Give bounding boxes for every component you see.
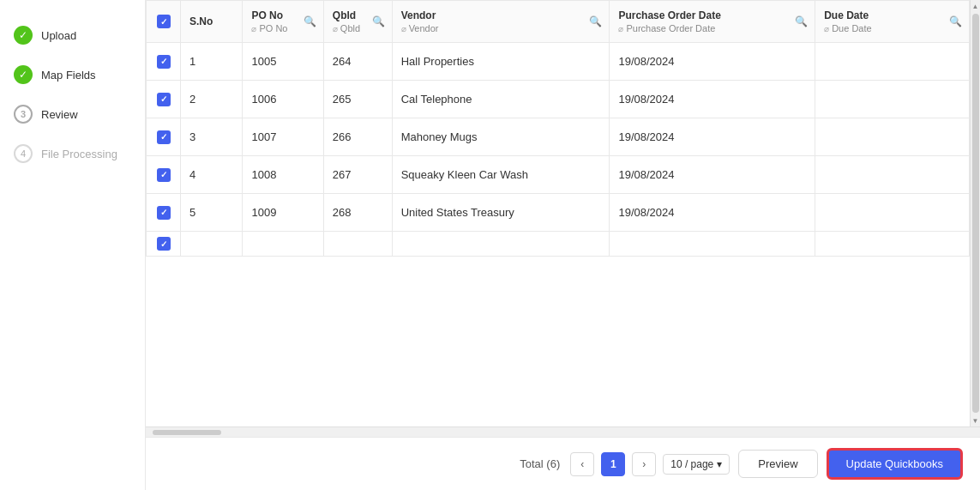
row-checkbox-cell[interactable] [147, 118, 181, 156]
search-icon-qbid[interactable]: 🔍 [372, 15, 385, 27]
row-qbid: 266 [323, 118, 392, 156]
row-vendor: Squeaky Kleen Car Wash [392, 156, 610, 194]
row-checkbox-cell-empty[interactable] [147, 232, 181, 257]
horizontal-scrollbar[interactable] [146, 426, 980, 437]
link-icon-due-date: ⌀ [824, 24, 829, 33]
next-page-btn[interactable]: › [632, 452, 656, 476]
step-label-upload: Upload [41, 29, 76, 42]
row-checkbox[interactable] [157, 93, 171, 106]
per-page-select[interactable]: 10 / page ▾ [663, 454, 730, 475]
table-row: 1 1005 264 Hall Properties 19/08/2024 [147, 43, 970, 81]
sidebar-step-file-processing[interactable]: 4 File Processing [0, 144, 145, 163]
col-header-vendor: Vendor ⌀ Vendor 🔍 [392, 1, 610, 43]
prev-page-btn[interactable]: ‹ [570, 452, 594, 476]
row-due-date [815, 43, 970, 81]
sidebar-step-upload[interactable]: ✓ Upload [0, 26, 145, 45]
row-vendor: United States Treasury [392, 194, 610, 232]
row-checkbox[interactable] [157, 130, 171, 144]
row-po-date: 19/08/2024 [610, 81, 815, 118]
row-po-date: 19/08/2024 [610, 43, 815, 81]
row-po-no: 1006 [243, 81, 323, 118]
row-due-date [815, 81, 970, 118]
row-checkbox-cell[interactable] [147, 81, 181, 118]
current-page-btn[interactable]: 1 [601, 452, 625, 476]
step-icon-file-processing: 4 [14, 144, 33, 163]
scroll-up-btn[interactable]: ▲ [971, 0, 981, 12]
col-header-due-date: Due Date ⌀ Due Date 🔍 [815, 1, 970, 43]
update-quickbooks-button[interactable]: Update Quickbooks [827, 448, 963, 480]
link-icon-po-date: ⌀ [618, 24, 623, 33]
table-row: 4 1008 267 Squeaky Kleen Car Wash 19/08/… [147, 156, 970, 194]
row-vendor: Mahoney Mugs [392, 118, 610, 156]
scroll-thumb-vertical[interactable] [972, 14, 979, 413]
step-label-review: Review [41, 108, 78, 121]
link-icon-qbid: ⌀ [333, 24, 338, 33]
main-content: S.No PO No ⌀ PO No 🔍 [146, 0, 980, 490]
select-all-checkbox[interactable] [157, 15, 171, 28]
row-sno: 3 [181, 118, 243, 156]
row-sno: 2 [181, 81, 243, 118]
row-checkbox-cell[interactable] [147, 43, 181, 81]
search-icon-po-date[interactable]: 🔍 [795, 15, 808, 27]
step-icon-review: 3 [14, 105, 33, 124]
row-checkbox[interactable] [157, 168, 171, 182]
row-checkbox[interactable] [157, 206, 171, 220]
footer: Total (6) ‹ 1 › 10 / page ▾ Preview Upda… [146, 437, 980, 490]
table-wrapper[interactable]: S.No PO No ⌀ PO No 🔍 [146, 0, 970, 426]
link-icon-vendor: ⌀ [401, 24, 406, 33]
row-qbid: 267 [323, 156, 392, 194]
col-header-po-no: PO No ⌀ PO No 🔍 [243, 1, 323, 43]
scroll-thumb-horizontal[interactable] [153, 430, 221, 435]
row-checkbox[interactable] [157, 55, 171, 69]
row-po-no: 1005 [243, 43, 323, 81]
col-header-po-date: Purchase Order Date ⌀ Purchase Order Dat… [610, 1, 815, 43]
row-checkbox-cell[interactable] [147, 194, 181, 232]
row-po-date: 19/08/2024 [610, 194, 815, 232]
row-po-no: 1009 [243, 194, 323, 232]
row-po-no: 1007 [243, 118, 323, 156]
step-icon-map-fields: ✓ [14, 65, 33, 84]
pagination: Total (6) ‹ 1 › 10 / page ▾ [520, 452, 730, 476]
sidebar: ✓ Upload ✓ Map Fields 3 Review 4 File Pr… [0, 0, 146, 490]
chevron-down-icon: ▾ [717, 458, 722, 470]
pagination-total: Total (6) [520, 457, 560, 470]
row-po-date: 19/08/2024 [610, 118, 815, 156]
vertical-scrollbar[interactable]: ▲ ▼ [970, 0, 980, 426]
step-icon-upload: ✓ [14, 26, 33, 45]
search-icon-due-date[interactable]: 🔍 [949, 15, 962, 27]
row-sno: 1 [181, 43, 243, 81]
scroll-down-btn[interactable]: ▼ [971, 414, 981, 426]
row-qbid: 264 [323, 43, 392, 81]
link-icon-po: ⌀ [251, 24, 256, 33]
row-vendor: Cal Telephone [392, 81, 610, 118]
search-icon-po[interactable]: 🔍 [304, 15, 316, 27]
row-due-date [815, 156, 970, 194]
row-due-date [815, 194, 970, 232]
row-sno: 4 [181, 156, 243, 194]
row-qbid: 265 [323, 81, 392, 118]
table-body: 1 1005 264 Hall Properties 19/08/2024 2 … [147, 43, 970, 257]
step-label-file-processing: File Processing [41, 148, 117, 160]
row-due-date [815, 118, 970, 156]
row-vendor: Hall Properties [392, 43, 610, 81]
col-header-qbid: Qbld ⌀ Qbld 🔍 [323, 1, 392, 43]
row-po-no: 1008 [243, 156, 323, 194]
table-row: 5 1009 268 United States Treasury 19/08/… [147, 194, 970, 232]
table-row: 2 1006 265 Cal Telephone 19/08/2024 [147, 81, 970, 118]
row-checkbox-cell[interactable] [147, 156, 181, 194]
preview-button[interactable]: Preview [738, 450, 817, 478]
step-label-map-fields: Map Fields [41, 69, 96, 82]
data-table: S.No PO No ⌀ PO No 🔍 [146, 0, 970, 257]
table-row-empty [147, 232, 970, 257]
row-po-date: 19/08/2024 [610, 156, 815, 194]
table-row: 3 1007 266 Mahoney Mugs 19/08/2024 [147, 118, 970, 156]
sidebar-step-review[interactable]: 3 Review [0, 105, 145, 124]
row-sno: 5 [181, 194, 243, 232]
row-qbid: 268 [323, 194, 392, 232]
col-header-checkbox[interactable] [147, 1, 181, 43]
col-header-sno: S.No [181, 1, 243, 43]
sidebar-step-map-fields[interactable]: ✓ Map Fields [0, 65, 145, 84]
search-icon-vendor[interactable]: 🔍 [589, 15, 602, 27]
row-checkbox-empty[interactable] [157, 237, 171, 251]
